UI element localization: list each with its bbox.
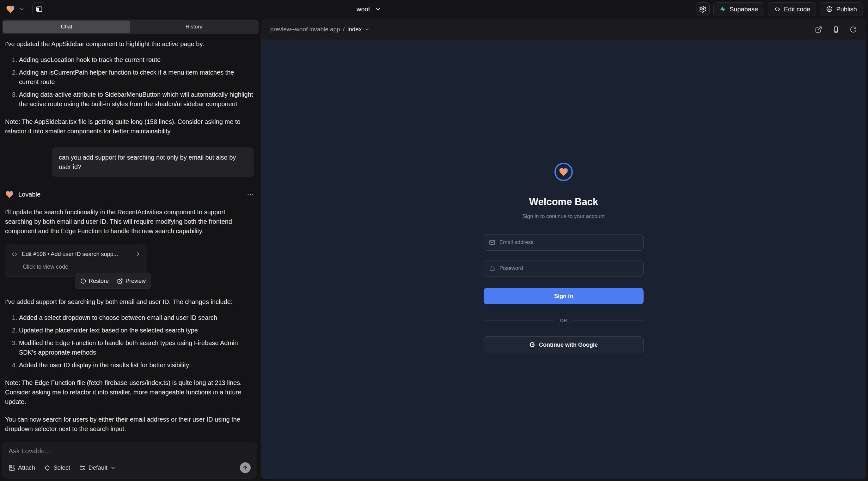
arrow-up-icon — [243, 465, 248, 471]
sliders-icon — [79, 464, 86, 471]
select-button[interactable]: Select — [44, 464, 70, 471]
edit-card-title: Edit #108 • Add user ID search supp... — [22, 249, 131, 259]
app-logo — [554, 163, 573, 181]
topbar-left — [5, 2, 46, 16]
assistant-name: Lovable — [18, 190, 40, 199]
image-plus-icon — [8, 464, 15, 471]
login-subtitle: Sign in to continue to your account — [484, 213, 644, 220]
project-menu-chevron-icon[interactable] — [19, 6, 25, 12]
topbar-actions: Supabase Edit code Publish — [696, 2, 863, 16]
chat-input[interactable] — [8, 447, 251, 462]
assistant-list: Adding useLocation hook to track the cur… — [5, 55, 254, 109]
settings-button[interactable] — [696, 2, 710, 16]
password-field — [484, 260, 644, 277]
assistant-paragraph: You can now search for users by either t… — [5, 415, 254, 434]
google-sign-in-button[interactable]: G Continue with Google — [484, 336, 644, 353]
list-item: Adding useLocation hook to track the cur… — [19, 55, 254, 64]
tab-history-label: History — [186, 24, 202, 30]
composer: Attach Select Default — [2, 442, 257, 478]
code-icon — [11, 251, 18, 258]
google-icon: G — [529, 341, 535, 349]
panel-left-icon — [35, 5, 43, 13]
list-item: Adding data-active attribute to SidebarM… — [19, 90, 254, 109]
assistant-paragraph: I've added support for searching by both… — [5, 297, 254, 307]
external-link-icon — [117, 278, 123, 284]
refresh-button[interactable] — [850, 26, 857, 33]
assistant-paragraph: I'll update the search functionality in … — [5, 207, 254, 236]
supabase-button[interactable]: Supabase — [713, 2, 764, 16]
edit-card-wrap: Edit #108 • Add user ID search supp... C… — [5, 244, 151, 289]
sign-in-button[interactable]: Sign in — [484, 288, 644, 304]
preview-label: Preview — [125, 276, 146, 286]
preview-button[interactable]: Preview — [117, 276, 146, 286]
assistant-list: Added a select dropdown to choose betwee… — [5, 313, 254, 370]
select-label: Select — [54, 464, 70, 471]
mode-label: Default — [89, 464, 107, 471]
list-item: Added the user ID display in the results… — [19, 360, 254, 370]
mobile-view-button[interactable] — [832, 26, 840, 33]
preview-page: index — [347, 26, 362, 33]
email-input[interactable] — [499, 239, 638, 246]
lovable-avatar-icon — [5, 190, 14, 199]
preview-url-dropdown[interactable]: preview--woof.lovable.app / index — [270, 26, 370, 33]
chevron-down-icon — [365, 27, 370, 32]
chevron-right-icon — [135, 251, 141, 257]
email-field — [484, 234, 644, 251]
preview-panel: preview--woof.lovable.app / index — [261, 19, 866, 479]
open-in-new-tab-button[interactable] — [815, 26, 822, 33]
edit-code-label: Edit code — [784, 6, 810, 13]
preview-header-actions — [815, 26, 857, 33]
login-card: Welcome Back Sign in to continue to your… — [484, 163, 644, 353]
code-icon — [774, 6, 781, 13]
edit-card[interactable]: Edit #108 • Add user ID search supp... C… — [5, 244, 147, 277]
chat-history-tabs: Chat History — [2, 20, 258, 34]
assistant-note: Note: The Edge Function file (fetch-fire… — [5, 378, 254, 407]
more-options-icon[interactable] — [247, 191, 254, 198]
attach-button[interactable]: Attach — [8, 464, 35, 471]
restore-preview-pill: Restore Preview — [75, 273, 151, 289]
mail-icon — [489, 239, 495, 246]
restore-button[interactable]: Restore — [80, 276, 109, 286]
tab-history[interactable]: History — [130, 21, 258, 33]
or-divider: OR — [484, 318, 644, 323]
sidebar-toggle-button[interactable] — [32, 2, 46, 16]
chat-messages: I've updated the AppSidebar component to… — [0, 37, 259, 439]
login-title: Welcome Back — [484, 196, 644, 207]
preview-header: preview--woof.lovable.app / index — [261, 19, 866, 39]
attach-label: Attach — [18, 464, 35, 471]
edit-card-subtitle: Click to view code — [23, 262, 141, 271]
mode-dropdown[interactable]: Default — [79, 464, 116, 471]
lock-icon — [489, 265, 495, 271]
password-input[interactable] — [499, 265, 638, 271]
chevron-down-icon — [110, 465, 116, 471]
topbar: woof Supabase Edit code Publish — [0, 0, 868, 18]
divider-line — [573, 320, 644, 320]
list-item: Added a select dropdown to choose betwee… — [19, 313, 254, 322]
publish-button[interactable]: Publish — [820, 2, 863, 16]
assistant-paragraph: I've updated the AppSidebar component to… — [5, 39, 254, 49]
composer-toolbar: Attach Select Default — [8, 462, 251, 473]
user-message-bubble: can you add support for searching not on… — [52, 147, 254, 177]
lovable-logo-icon[interactable] — [5, 4, 16, 14]
list-item: Modified the Edge Function to handle bot… — [19, 338, 254, 357]
preview-url: preview--woof.lovable.app — [270, 26, 340, 33]
project-name: woof — [356, 6, 370, 13]
edit-code-button[interactable]: Edit code — [768, 2, 816, 16]
project-switcher[interactable]: woof — [356, 0, 381, 18]
smartphone-icon — [832, 26, 840, 33]
target-icon — [44, 464, 51, 471]
supabase-label: Supabase — [730, 6, 758, 13]
publish-label: Publish — [836, 6, 857, 13]
list-item: Updated the placeholder text based on th… — [19, 325, 254, 335]
globe-icon — [826, 6, 833, 13]
restore-label: Restore — [89, 276, 109, 286]
heart-icon — [559, 167, 569, 177]
tab-chat-label: Chat — [61, 24, 72, 30]
gear-icon — [699, 5, 707, 13]
google-button-label: Continue with Google — [539, 342, 598, 348]
assistant-header: Lovable — [5, 190, 254, 199]
chevron-down-icon — [375, 6, 381, 12]
supabase-bolt-icon — [719, 6, 726, 13]
send-button[interactable] — [240, 462, 251, 473]
tab-chat[interactable]: Chat — [3, 21, 130, 33]
